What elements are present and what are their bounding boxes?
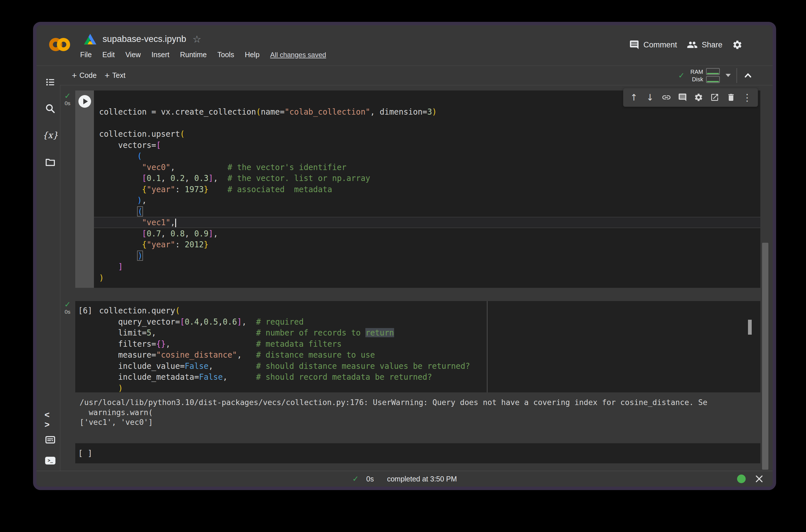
editor-column-ruler <box>487 301 487 393</box>
add-code-label: Code <box>80 71 97 80</box>
output-warning-line: /usr/local/lib/python3.10/dist-packages/… <box>80 398 755 407</box>
kernel-status-dot <box>737 475 746 483</box>
delete-cell-trash-icon[interactable] <box>725 89 737 106</box>
run-cell-button[interactable] <box>78 95 91 108</box>
code-snippets-icon[interactable]: < > <box>44 414 56 425</box>
status-message: completed at 3:50 PM <box>387 475 457 483</box>
menubar: File Edit View Insert Runtime Tools Help… <box>80 51 326 59</box>
notebook-toolbar: + Code + Text ✓ RAM Disk <box>37 66 773 85</box>
connected-check-icon: ✓ <box>678 71 685 80</box>
terminal-icon[interactable]: >_ <box>44 455 56 466</box>
colab-logo-ring-right <box>57 38 70 51</box>
menu-help[interactable]: Help <box>245 51 260 59</box>
search-icon[interactable] <box>44 103 56 114</box>
runtime-dropdown-icon[interactable] <box>726 74 731 77</box>
settings-gear-icon[interactable] <box>732 40 743 50</box>
menu-edit[interactable]: Edit <box>102 51 115 59</box>
toolbar-divider <box>736 68 737 83</box>
menu-insert[interactable]: Insert <box>151 51 170 59</box>
cell-scrollbar-thumb[interactable] <box>748 320 752 335</box>
plus-icon: + <box>104 72 110 79</box>
empty-cell-prompt: [ ] <box>75 448 93 459</box>
ram-label: RAM <box>691 69 703 75</box>
menu-view[interactable]: View <box>125 51 141 59</box>
disk-label: Disk <box>692 76 703 83</box>
code-cell-1[interactable]: collection = vx.create_collection(name="… <box>75 91 760 288</box>
people-icon <box>687 39 698 50</box>
cell-toolbar: ↑ ↓ <box>623 88 758 107</box>
add-text-label: Text <box>112 71 126 80</box>
comment-button[interactable]: Comment <box>629 40 677 50</box>
cell2-output: /usr/local/lib/python3.10/dist-packages/… <box>80 398 755 428</box>
move-cell-down-icon[interactable]: ↓ <box>644 89 656 106</box>
collapse-sections-icon[interactable] <box>743 70 753 81</box>
disk-usage-bar <box>706 76 720 83</box>
add-comment-icon[interactable] <box>676 89 689 106</box>
colab-window: supabase-vecs.ipynb ☆ File Edit View Ins… <box>33 22 776 490</box>
colab-logo[interactable] <box>49 36 72 54</box>
cell-settings-gear-icon[interactable] <box>693 89 705 106</box>
empty-code-cell[interactable]: [ ] <box>75 443 760 463</box>
menu-runtime[interactable]: Runtime <box>180 51 207 59</box>
cell-run-gutter <box>75 91 94 288</box>
mirror-cell-in-tab-icon[interactable] <box>709 89 721 106</box>
header: supabase-vecs.ipynb ☆ File Edit View Ins… <box>37 25 773 66</box>
cell-exec-time: 0s <box>62 100 73 107</box>
ram-usage-bar <box>706 68 720 75</box>
variables-icon[interactable]: {x} <box>44 129 56 141</box>
menu-file[interactable]: File <box>80 51 92 59</box>
cell1-code-editor[interactable]: collection = vx.create_collection(name="… <box>94 91 760 283</box>
execution-status-bar: ✓ 0s completed at 3:50 PM <box>37 471 773 487</box>
cell2-execution-status: ✓ 0s <box>62 301 73 316</box>
resources-gauge[interactable]: RAM Disk <box>691 68 720 83</box>
files-folder-icon[interactable] <box>44 156 56 168</box>
table-of-contents-icon[interactable] <box>44 76 56 88</box>
cell2-code-editor[interactable]: collection.query( query_vector=[0.4,0.5,… <box>75 305 760 393</box>
colab-window-inner: supabase-vecs.ipynb ☆ File Edit View Ins… <box>37 25 773 487</box>
sidebar-divider <box>60 85 60 471</box>
output-result-line: ['vec1', 'vec0'] <box>80 417 755 428</box>
star-icon[interactable]: ☆ <box>192 34 201 44</box>
output-warning-line: warnings.warn( <box>80 407 755 418</box>
status-exec-time: 0s <box>366 475 374 483</box>
comment-label: Comment <box>644 40 677 50</box>
cell-more-options-kebab-icon[interactable]: ⋮ <box>741 89 753 106</box>
command-palette-icon[interactable] <box>44 434 56 445</box>
notebook-title[interactable]: supabase-vecs.ipynb <box>102 34 186 44</box>
share-button[interactable]: Share <box>687 39 723 50</box>
cell-success-check-icon: ✓ <box>62 92 73 100</box>
plus-icon: + <box>72 72 77 79</box>
page-scrollbar-thumb[interactable] <box>762 243 768 470</box>
close-status-bar-icon[interactable] <box>755 475 764 483</box>
all-changes-saved-link[interactable]: All changes saved <box>270 51 326 59</box>
play-icon <box>83 98 88 104</box>
move-cell-up-icon[interactable]: ↑ <box>628 89 640 106</box>
cell-exec-time: 0s <box>62 308 73 316</box>
cell1-execution-status: ✓ 0s <box>62 92 73 107</box>
copy-link-to-cell-icon[interactable] <box>660 89 672 106</box>
add-code-cell-button[interactable]: + Code <box>72 71 97 80</box>
add-text-cell-button[interactable]: + Text <box>104 71 125 80</box>
status-check-icon: ✓ <box>352 474 359 483</box>
menu-tools[interactable]: Tools <box>217 51 234 59</box>
drive-icon <box>84 34 96 44</box>
comment-icon <box>629 40 639 50</box>
share-label: Share <box>702 40 723 50</box>
code-cell-2[interactable]: [6] collection.query( query_vector=[0.4,… <box>75 301 760 393</box>
cell-success-check-icon: ✓ <box>62 301 73 308</box>
